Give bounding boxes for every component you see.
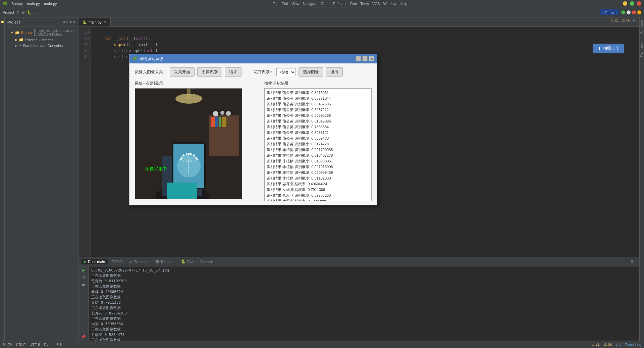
result-button[interactable]: 结果 bbox=[225, 67, 241, 77]
structure-tab[interactable]: Structure bbox=[639, 19, 644, 35]
plant-recognition-dialog[interactable]: 🌿 植物识别系统 – □ ✕ 摄像头图像采集： 采集开始 图像识别 结果 花卉识… bbox=[129, 54, 377, 205]
menu-run[interactable]: Run bbox=[350, 2, 357, 6]
run-left-bar: ▶ ↺ ⏹ ⋮ 📌 bbox=[78, 266, 89, 341]
tree-item-external-libs[interactable]: ▶ 📁 External Libraries bbox=[5, 37, 78, 43]
result-line: 识别结果:非植物;识别概率: 0.021913908 bbox=[267, 164, 369, 170]
console-line: 龟背竹 0.81102383 bbox=[91, 279, 637, 284]
terminal-tab-label: Terminal bbox=[160, 260, 174, 264]
maximize-button[interactable] bbox=[630, 1, 634, 6]
svg-point-9 bbox=[220, 111, 224, 115]
stop-icon[interactable]: ⏹ bbox=[82, 283, 86, 287]
tab-bar: 🐍 main.py ✕ bbox=[78, 17, 639, 27]
event-log[interactable]: Event Log bbox=[625, 343, 641, 347]
dialog-minimize-button[interactable]: – bbox=[356, 56, 361, 61]
menu-window[interactable]: Window bbox=[383, 2, 396, 6]
play-icon[interactable]: ▶ bbox=[82, 268, 85, 272]
tree-item-botany[interactable]: ▼ 📂 Botany [image_recognition-master] D:… bbox=[5, 28, 78, 37]
results-label: 植物识别结果 bbox=[264, 81, 372, 86]
project-icon[interactable]: 📁 bbox=[0, 20, 4, 23]
menu-edit[interactable]: Edit bbox=[282, 2, 288, 6]
warnings-overlay[interactable]: ⚠ 21 bbox=[610, 18, 619, 22]
flower-select[interactable]: 植物 bbox=[276, 68, 296, 76]
project-name: Botany bbox=[11, 2, 23, 6]
left-icon-strip: 📁 bbox=[0, 17, 5, 341]
dialog-toolbar: 摄像头图像采集： 采集开始 图像识别 结果 花卉识别： 植物 选择图像 退出 bbox=[135, 67, 372, 77]
console-line: 86702_V1003/2022-07-17 15_18_57.jpg bbox=[91, 268, 637, 273]
menu-view[interactable]: View bbox=[291, 2, 300, 6]
tab-main-py[interactable]: 🐍 main.py ✕ bbox=[78, 18, 111, 27]
code-line-39 bbox=[95, 30, 635, 36]
result-line: 识别结果:长寿花;识别概率: 0.82756263 bbox=[267, 193, 369, 198]
svg-rect-35 bbox=[167, 183, 197, 199]
python-version[interactable]: Python 3.8 bbox=[44, 343, 62, 347]
problems-tab-label: Problems bbox=[134, 260, 149, 264]
collection-display-label: 采集与识别显示 bbox=[135, 81, 260, 86]
tree-item-scratches[interactable]: ▶ ✏ Scratches and Consoles bbox=[5, 43, 78, 48]
warning-count[interactable]: ⚠ 21 bbox=[591, 342, 600, 347]
settings-icon-bottom[interactable]: ⚙ bbox=[631, 259, 634, 264]
svg-point-17 bbox=[188, 153, 190, 155]
rerun-icon[interactable]: ↺ bbox=[82, 275, 85, 280]
exit-button[interactable]: 退出 bbox=[326, 67, 343, 77]
run-tab-label: Run: bbox=[88, 260, 96, 264]
tab-run[interactable]: ▶ Run: main bbox=[81, 259, 108, 264]
result-line: 识别结果:蒲公英;识别概率: 0.80437696 bbox=[267, 101, 369, 107]
upload-icon: ⬆ bbox=[598, 46, 601, 51]
console-output: 86702_V1003/2022-07-17 15_18_57.jpg正在读取图… bbox=[89, 266, 639, 341]
menu-code[interactable]: Code bbox=[321, 2, 329, 6]
more-icon[interactable]: … bbox=[34, 10, 38, 15]
terminal-icon: ⊞ bbox=[156, 259, 159, 264]
select-image-button[interactable]: 选择图像 bbox=[299, 67, 323, 77]
menu-navigate[interactable]: Navigate bbox=[303, 2, 317, 6]
svg-point-31 bbox=[195, 157, 197, 158]
info-count[interactable]: ℹ 6 bbox=[616, 342, 621, 347]
svg-rect-2 bbox=[187, 89, 191, 99]
botany-folder-icon: 📂 bbox=[15, 31, 20, 35]
svg-point-21 bbox=[196, 158, 198, 160]
debug-icon[interactable]: 🐛 bbox=[27, 10, 32, 15]
results-box[interactable]: 识别结果:蒲公英;识别概率: 0.8216931识别结果:蒲公英;识别概率: 0… bbox=[264, 88, 372, 201]
dialog-restore-button[interactable]: □ bbox=[362, 56, 368, 61]
project-selector[interactable]: Project bbox=[3, 10, 14, 14]
status-bar: 54:74 CRLF UTF-8 Python 3.8 ⚠ 21 ⚠ 56 ℹ … bbox=[0, 341, 644, 348]
tab-python-console[interactable]: 🐍 Python Console bbox=[178, 259, 216, 264]
dialog-body: 摄像头图像采集： 采集开始 图像识别 结果 花卉识别： 植物 选择图像 退出 采… bbox=[129, 63, 377, 205]
error-count[interactable]: ⚠ 56 bbox=[604, 342, 612, 347]
bottom-right-icons: ⚙ bbox=[631, 259, 637, 264]
tab-close-button[interactable]: ✕ bbox=[104, 20, 106, 24]
errors-overlay[interactable]: ⚠ 56 bbox=[622, 18, 630, 22]
menu-file[interactable]: File bbox=[272, 2, 278, 6]
run-content: ▶ ↺ ⏹ ⋮ 📌 86702_V1003/2022-07-17 15_18_5… bbox=[78, 266, 639, 341]
scroll-icon[interactable]: ⋮ bbox=[81, 329, 86, 334]
close-button[interactable] bbox=[637, 1, 641, 6]
tab-problems[interactable]: ⚠ Problems bbox=[126, 259, 152, 264]
result-line: 识别结果:蒲公英;识别概率: 0.8039433 bbox=[267, 136, 369, 141]
line-num-40: 40 bbox=[80, 36, 89, 42]
scratches-label: Scratches and Consoles bbox=[23, 44, 63, 48]
dialog-close-button[interactable]: ✕ bbox=[369, 56, 374, 61]
bottom-left-tools: ⋮ 📌 bbox=[81, 329, 86, 339]
branch-indicator[interactable]: ⎇ main bbox=[600, 9, 619, 15]
image-recognize-button[interactable]: 图像识别 bbox=[197, 67, 222, 77]
pin-icon[interactable]: 📌 bbox=[81, 335, 86, 339]
menu-vcs[interactable]: VCS bbox=[372, 2, 380, 6]
menu-tools[interactable]: Tools bbox=[360, 2, 369, 6]
warnings-bar: ⚠ 21 ⚠ 56 ℹ 6 bbox=[610, 18, 637, 22]
run-icon[interactable]: ▶ bbox=[22, 10, 25, 15]
info-overlay[interactable]: ℹ 6 bbox=[633, 18, 637, 22]
favorites-tab[interactable]: Favorites bbox=[639, 42, 644, 58]
menu-help[interactable]: Help bbox=[400, 2, 408, 6]
line-numbers: 39 40 41 42 43 bbox=[78, 27, 91, 257]
collect-start-button[interactable]: 采集开始 bbox=[170, 67, 195, 77]
settings-icon[interactable]: ⚙ bbox=[16, 10, 20, 15]
result-line: 识别结果:非植物;识别概率: 0.020669439 bbox=[267, 170, 369, 176]
folder-icon: ▼ bbox=[10, 31, 14, 35]
menu-refactor[interactable]: Refactor bbox=[333, 2, 347, 6]
console-line: 月季花 0.5834478 bbox=[91, 332, 637, 338]
minimize-button[interactable] bbox=[623, 1, 627, 6]
upload-button[interactable]: ⬆ 拍照上传 bbox=[593, 44, 624, 53]
tab-todo[interactable]: TODO bbox=[109, 259, 125, 264]
console-line: 正在读取图像数据 bbox=[91, 305, 637, 311]
tab-terminal[interactable]: ⊞ Terminal bbox=[153, 259, 177, 264]
image-display: 图像采集中 bbox=[135, 88, 242, 199]
